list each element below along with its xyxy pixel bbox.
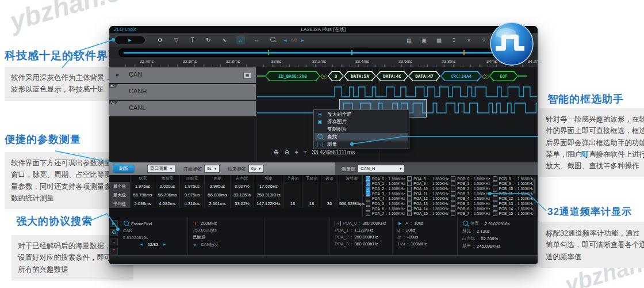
download-icon[interactable]: ↧ [450,36,458,44]
freq-checkbox[interactable] [493,181,497,186]
channel-settings-icon[interactable]: ▦ [243,72,251,79]
freq-checkbox[interactable] [407,206,412,211]
freq-checkbox[interactable] [366,201,370,206]
channel-row-can[interactable]: ▶ CAN ▦ [109,67,256,83]
refresh-button[interactable]: 刷新 [113,165,135,173]
freq-checkbox[interactable]: ✓ [366,187,370,191]
prev-icon[interactable]: ◀ [140,242,143,247]
expand-arrow-icon[interactable]: ▶ [116,73,119,77]
play-icon: ▸ [193,242,198,247]
freq-checkbox[interactable] [493,201,497,206]
measure-source-dropdown[interactable]: CAN_H▼ [358,165,405,173]
measure-source-area: 测量源 CAN_H▼ [335,162,538,175]
freq-checkbox[interactable]: ✓ [366,191,370,196]
freq-checkbox[interactable]: ✓ [366,181,370,186]
channel-row-canl[interactable]: A3 CANL [109,101,256,116]
channel-row-canh[interactable]: B0 CANH [109,84,256,100]
square-wave-icon[interactable] [566,151,575,158]
decode-segment: DATA:5A [344,71,376,81]
freq-checkbox[interactable] [451,176,455,181]
context-menu-item-measure[interactable]: ↔测量 [315,141,408,148]
multi-wave-icon[interactable] [593,151,603,158]
next-icon[interactable]: ▶ [301,38,304,42]
navigator-track[interactable] [118,48,528,57]
freq-checkbox[interactable] [493,187,497,191]
dense-wave-icon[interactable] [607,151,616,158]
more-dots-icon[interactable]: ···· [552,151,561,157]
context-menu-item-copy-image[interactable]: 复制图片 [315,126,408,133]
freq-checkbox[interactable] [493,196,497,201]
freq-checkbox[interactable] [451,206,455,211]
start-tag-dropdown[interactable]: 0s▼ [204,165,220,173]
context-menu-item-zoom-fullscreen[interactable]: ◎放大到全屏 [315,111,408,118]
freq-checkbox[interactable]: ✓ [366,176,370,181]
zoom-out-icon[interactable]: ⊖ [284,149,289,156]
freq-checkbox[interactable] [366,211,370,216]
start-capture-button[interactable]: ▶ [114,36,145,44]
freq-checkbox[interactable] [407,181,412,186]
play-icon[interactable]: ▶ [110,220,118,227]
tools-icon[interactable]: × [465,36,473,44]
freq-checkbox[interactable] [493,176,497,181]
row-name-cell: 平均值 [109,199,131,208]
help-icon[interactable]: ? [480,36,488,44]
freq-checkbox[interactable] [451,211,455,216]
pulse-icon[interactable]: ∿ [220,36,229,44]
loop-icon[interactable]: ↻ [204,36,213,44]
trigger-icon[interactable]: T [110,248,118,255]
freq-name: POA_1 [335,228,348,233]
decode-idle-line [257,75,265,77]
next-icon[interactable]: ▶ [163,242,166,247]
freq-checkbox[interactable] [407,201,412,206]
context-menu-item-save-image[interactable]: ▣保存图片 [315,118,408,126]
freq-checkbox[interactable] [407,187,412,191]
freq-checkbox[interactable] [407,176,412,181]
play-icon: ▶ [397,221,403,226]
freq-channel: POB_15:1.560KHz [493,211,534,216]
info-row: 脉宽:2.13us [462,228,532,234]
freq-checkbox[interactable] [451,187,455,191]
start-tag-label: 开始标签 [183,166,202,172]
canh-waveform [257,84,537,100]
freq-checkbox[interactable] [451,181,455,186]
freq-checkbox[interactable] [366,206,370,211]
open-folder-icon[interactable]: ▤ [405,36,413,44]
measure-icon[interactable]: ↔ [236,36,245,44]
scrollbar[interactable] [533,176,536,216]
table-header-cell: 正脉宽 [180,175,205,182]
scrollbar-thumb[interactable] [534,179,535,194]
end-tag-dropdown[interactable]: 0p▼ [248,165,264,173]
search-icon[interactable] [269,36,277,44]
span-icon[interactable]: ⇔ [252,36,261,44]
save-image-icon[interactable]: ▦ [435,36,443,44]
freq-checkbox[interactable] [493,191,497,196]
measure-mode-dropdown[interactable]: 窗口测量▼ [147,165,175,173]
freq-checkbox[interactable] [407,191,412,196]
freq-checkbox[interactable] [407,211,412,216]
overview-navigator[interactable] [109,47,538,58]
callout-measure-body: 软件界面下方还可调出参数测量窗口，脉宽、周期、占空比等测量参数，同时还支持各项测… [5,152,123,209]
freq-checkbox[interactable] [407,196,412,201]
callout-search-title: 强大的协议搜索 [16,214,93,228]
prev-icon[interactable]: ◀ [284,38,287,42]
text-tool-icon[interactable]: T [188,36,197,44]
pulse-wave-icon[interactable] [580,151,589,158]
trigger-funnel-icon[interactable]: ▽ [172,36,181,44]
colon: : [513,177,514,181]
freq-checkbox[interactable] [451,191,455,196]
freq-checkbox[interactable] [493,206,497,211]
freq-checkbox[interactable] [366,196,370,201]
freq-checkbox[interactable] [451,196,455,201]
context-menu-item-find[interactable]: 查找 [315,133,408,141]
freq-checkbox[interactable] [451,201,455,206]
zoom-fit-icon[interactable]: ⌖ [294,149,298,156]
gear-icon[interactable]: ⚙ [156,36,164,44]
zoom-in-icon[interactable]: ⊕ [274,149,279,156]
measure-icon[interactable]: ↔ [110,238,118,245]
save-icon[interactable]: ▣ [420,36,428,44]
waveform-view[interactable]: ▶ CAN ▦ B0 CANH A3 CANL ID_BASE:200◇◇3DA… [109,67,538,162]
search-icon[interactable] [110,229,118,236]
cursor-tool-icon[interactable]: T [304,150,307,156]
freq-checkbox[interactable] [493,211,497,216]
chevron-down-icon: ▼ [258,165,261,172]
